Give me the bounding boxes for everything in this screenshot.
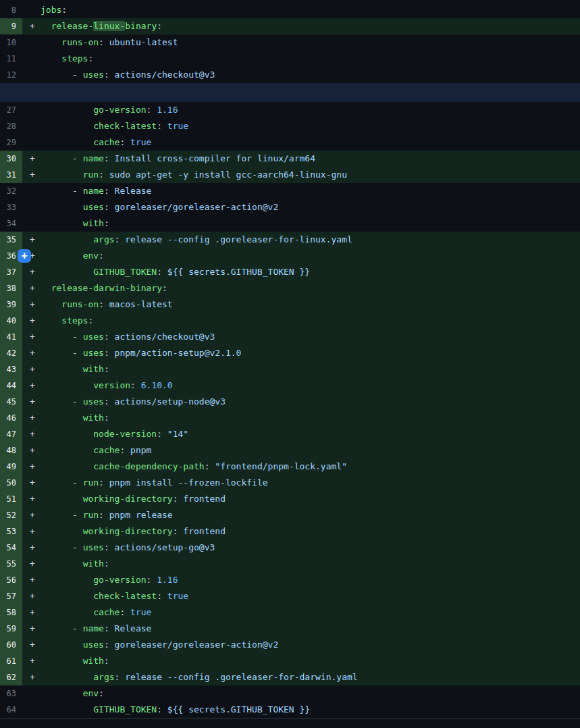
diff-marker	[22, 685, 41, 702]
code-line: args: release --config .goreleaser-for-l…	[41, 232, 580, 248]
code-line: go-version: 1.16	[41, 572, 580, 588]
token-str: "frontend/pnpm-lock.yaml"	[215, 461, 347, 471]
line-number[interactable]: 46	[0, 410, 22, 426]
code-line: - name: Release	[41, 183, 580, 199]
line-number[interactable]: 41	[0, 329, 22, 345]
line-number[interactable]: 44	[0, 378, 22, 394]
token-punct: :	[173, 526, 184, 536]
code-line: working-directory: frontend	[41, 523, 580, 540]
token-num: true	[167, 591, 188, 601]
code-line: GITHUB_TOKEN: ${{ secrets.GITHUB_TOKEN }…	[41, 702, 580, 718]
line-number[interactable]: 9	[0, 18, 22, 34]
line-number[interactable]: 61	[0, 653, 22, 669]
token-key-hl: linux-	[93, 21, 125, 31]
token-punct: :	[104, 153, 115, 163]
diff-row-34: 34 with:	[0, 215, 580, 232]
line-number[interactable]: 49	[0, 459, 22, 475]
token-key: name	[83, 186, 104, 196]
token-str: Install cross-compiler for linux/arm64	[115, 153, 315, 163]
code-line: run: sudo apt-get -y install gcc-aarch64…	[41, 167, 580, 183]
line-number[interactable]: 58	[0, 604, 22, 621]
line-number[interactable]: 45	[0, 394, 22, 410]
diff-row-12: 12 - uses: actions/checkout@v3	[0, 67, 580, 83]
line-number[interactable]: 12	[0, 67, 22, 83]
code-line: - uses: pnpm/action-setup@v2.1.0	[41, 345, 580, 361]
token-key: uses	[83, 348, 104, 358]
line-number[interactable]: 10	[0, 34, 22, 51]
line-number[interactable]: 47	[0, 426, 22, 442]
diff-marker: +	[22, 426, 41, 442]
line-number[interactable]: 35	[0, 232, 22, 248]
token-punct: :	[104, 558, 109, 569]
token-punct: -	[72, 70, 83, 80]
line-number[interactable]: 40	[0, 313, 22, 329]
line-number[interactable]: 54	[0, 540, 22, 556]
add-comment-button[interactable]: +	[18, 249, 31, 263]
token-punct: -	[72, 186, 83, 196]
line-number[interactable]: 33	[0, 199, 22, 215]
line-number[interactable]: 11	[0, 51, 22, 67]
diff-marker: +	[22, 264, 41, 280]
token-punct: :	[104, 332, 115, 342]
diff-marker: +	[22, 345, 41, 361]
line-number[interactable]: 32	[0, 183, 22, 199]
line-number[interactable]: 39	[0, 296, 22, 313]
line-number[interactable]: 8	[0, 2, 22, 18]
token-key: cache-dependency-path	[93, 461, 204, 471]
token-punct: :	[120, 445, 130, 455]
line-number[interactable]: 48	[0, 442, 22, 459]
token-str: Release	[115, 623, 152, 633]
line-number[interactable]: 59	[0, 621, 22, 637]
diff-marker: +	[22, 653, 41, 669]
line-number[interactable]: 50	[0, 475, 22, 491]
diff-marker: +	[22, 167, 41, 183]
line-number[interactable]: 29	[0, 134, 22, 151]
line-number[interactable]: 31	[0, 167, 22, 183]
line-number[interactable]: 57	[0, 588, 22, 604]
line-number[interactable]: 34	[0, 215, 22, 232]
line-number[interactable]: 30	[0, 151, 22, 167]
diff-marker	[22, 134, 41, 151]
token-str: ${{ secrets.GITHUB_TOKEN }}	[167, 267, 310, 277]
line-number[interactable]: 53	[0, 523, 22, 540]
code-line: with:	[41, 215, 580, 232]
code-line: release-darwin-binary:	[41, 280, 580, 296]
token-key: runs-on	[61, 299, 99, 309]
line-number[interactable]: 38	[0, 280, 22, 296]
token-str: actions/checkout@v3	[115, 70, 215, 80]
code-line: node-version: "14"	[41, 426, 580, 442]
diff-row-11: 11 steps:	[0, 51, 580, 67]
line-number[interactable]: 36+	[0, 248, 22, 264]
code-line: uses: goreleaser/goreleaser-action@v2	[41, 199, 580, 215]
diff-marker: +	[22, 394, 41, 410]
diff-row-10: 10 runs-on: ubuntu-latest	[0, 34, 580, 51]
token-punct: :	[104, 396, 115, 407]
code-line: - run: pnpm install --frozen-lockfile	[41, 475, 580, 491]
token-key: uses	[83, 202, 104, 212]
line-number[interactable]: 64	[0, 702, 22, 718]
line-number[interactable]: 51	[0, 491, 22, 507]
line-number[interactable]: 55	[0, 556, 22, 572]
token-punct: :	[157, 21, 162, 31]
token-key: args	[93, 234, 114, 244]
code-line: cache-dependency-path: "frontend/pnpm-lo…	[41, 459, 580, 475]
line-number[interactable]: 62	[0, 669, 22, 685]
line-number[interactable]: 56	[0, 572, 22, 588]
line-number[interactable]: 27	[0, 102, 22, 118]
token-punct: :	[157, 267, 167, 277]
line-number[interactable]: 37	[0, 264, 22, 280]
token-str: ${{ secrets.GITHUB_TOKEN }}	[167, 704, 310, 714]
expand-hidden-lines-band[interactable]	[0, 83, 580, 102]
line-number[interactable]: 43	[0, 361, 22, 378]
token-key: name	[83, 153, 104, 163]
line-number[interactable]: 63	[0, 685, 22, 702]
line-number[interactable]: 28	[0, 118, 22, 134]
line-number[interactable]: 42	[0, 345, 22, 361]
line-number[interactable]: 52	[0, 507, 22, 523]
line-number[interactable]: 60	[0, 637, 22, 653]
token-punct: :	[147, 105, 157, 115]
code-line: with:	[41, 556, 580, 572]
token-key: cache	[93, 607, 120, 617]
token-punct: :	[205, 461, 215, 471]
diff-row-50: 50+ - run: pnpm install --frozen-lockfil…	[0, 475, 580, 491]
